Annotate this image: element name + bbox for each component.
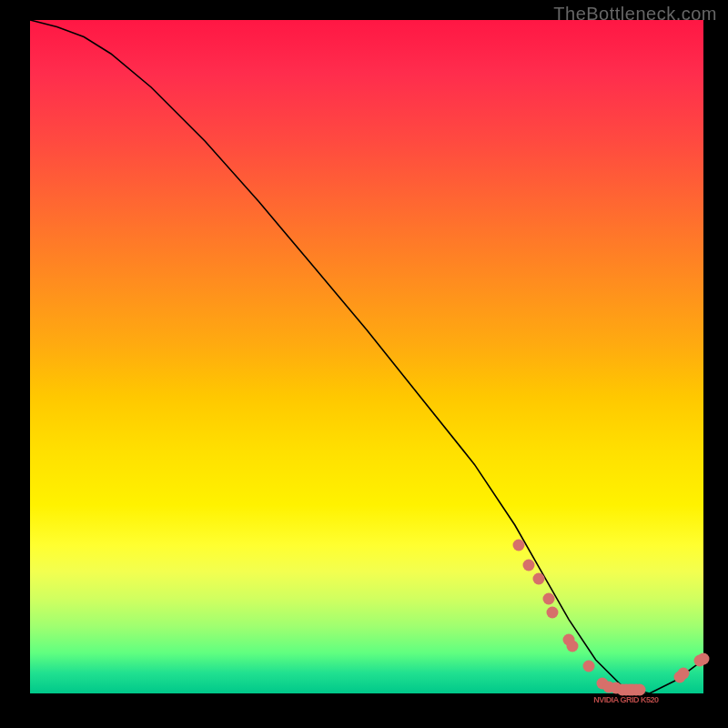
data-marker: [542, 593, 554, 605]
data-marker: [677, 667, 689, 679]
data-marker: [522, 560, 534, 571]
series-label: NVIDIA GRID K520: [593, 695, 658, 704]
data-marker: [633, 684, 645, 696]
data-marker: [512, 540, 524, 551]
data-marker: [566, 641, 578, 652]
watermark-text: TheBottleneck.com: [553, 4, 717, 25]
data-marker: [546, 607, 558, 619]
data-marker: [698, 652, 710, 664]
chart-curve: [30, 20, 703, 693]
data-marker: [532, 573, 544, 585]
chart-plot-area: NVIDIA GRID K520: [30, 20, 703, 693]
data-marker: [583, 661, 595, 672]
